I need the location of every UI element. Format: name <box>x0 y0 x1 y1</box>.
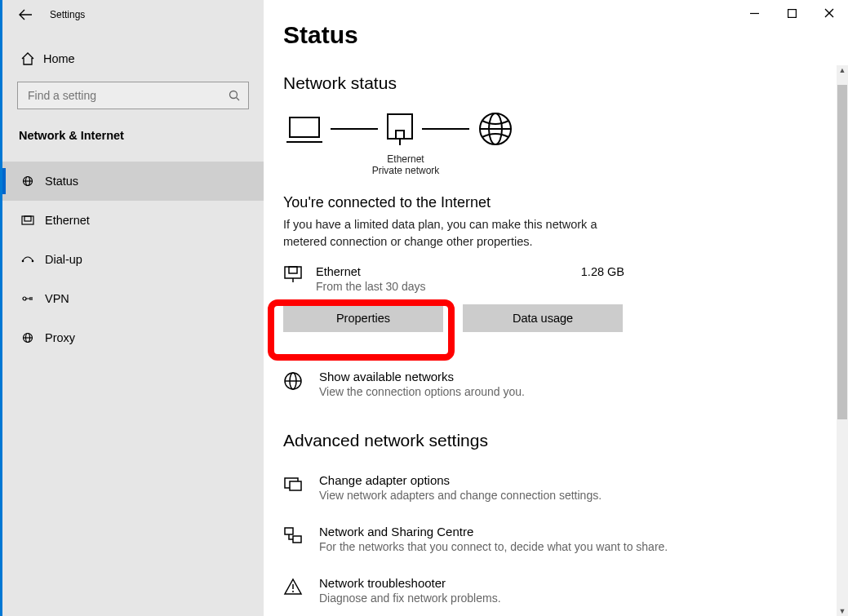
advanced-heading: Advanced network settings <box>283 431 822 450</box>
svg-point-9 <box>23 297 26 300</box>
svg-rect-21 <box>285 267 301 278</box>
diagram-mid-label: Ethernet <box>283 153 528 165</box>
content: Status Network status Ethernet Private n… <box>264 0 848 616</box>
search-box[interactable] <box>17 82 249 109</box>
troubleshooter-row[interactable]: Network troubleshooter Diagnose and fix … <box>283 576 822 605</box>
sharing-title: Network and Sharing Centre <box>319 525 668 538</box>
scroll-up-icon[interactable]: ▲ <box>837 65 848 75</box>
router-icon <box>386 113 414 145</box>
adapter-sub: View network adapters and change connect… <box>319 489 602 502</box>
connected-subtext: If you have a limited data plan, you can… <box>283 216 610 250</box>
scrollbar[interactable]: ▲ ▼ <box>837 75 848 616</box>
sidebar-item-label: Ethernet <box>45 214 90 227</box>
adapter-options-row[interactable]: Change adapter options View network adap… <box>283 473 822 502</box>
diagram-sub-label: Private network <box>283 165 528 176</box>
home-icon <box>20 52 43 65</box>
sidebar-item-ethernet[interactable]: Ethernet <box>2 201 264 240</box>
button-row: Properties Data usage <box>283 304 822 332</box>
computer-icon <box>286 114 322 144</box>
network-name: Ethernet <box>316 265 426 278</box>
sharing-centre-row[interactable]: Network and Sharing Centre For the netwo… <box>283 525 822 553</box>
svg-rect-22 <box>289 267 297 273</box>
adapter-title: Change adapter options <box>319 473 602 487</box>
network-diagram <box>286 111 822 147</box>
status-icon <box>20 175 45 187</box>
sidebar-item-vpn[interactable]: VPN <box>2 279 264 318</box>
svg-rect-5 <box>22 216 33 224</box>
sidebar-item-proxy[interactable]: Proxy <box>2 318 264 357</box>
sharing-sub: For the networks that you connect to, de… <box>319 540 668 553</box>
close-button[interactable] <box>810 0 848 26</box>
ethernet-icon <box>283 265 316 283</box>
sidebar-item-home[interactable]: Home <box>2 47 264 70</box>
sidebar-item-label: Proxy <box>45 331 75 344</box>
section-network-status: Network status <box>283 73 822 93</box>
minimize-button[interactable] <box>735 0 773 26</box>
svg-rect-13 <box>290 117 319 137</box>
svg-rect-15 <box>388 114 412 139</box>
show-networks-title: Show available networks <box>319 370 525 383</box>
svg-line-1 <box>237 98 240 101</box>
diagram-line <box>422 128 469 130</box>
show-networks-sub: View the connection options around you. <box>319 385 525 398</box>
main: Status Network status Ethernet Private n… <box>264 0 848 616</box>
back-icon[interactable] <box>19 9 32 20</box>
maximize-button[interactable] <box>773 0 810 26</box>
svg-rect-30 <box>293 536 301 543</box>
svg-rect-34 <box>788 9 796 17</box>
sidebar: Settings Home Network & Internet Status <box>2 0 264 616</box>
sidebar-home-label: Home <box>43 52 75 65</box>
network-usage: 1.28 GB <box>581 265 626 278</box>
diagram-labels: Ethernet Private network <box>283 153 528 176</box>
globe-icon <box>477 111 513 147</box>
svg-point-7 <box>22 260 24 263</box>
svg-rect-16 <box>396 131 404 139</box>
titlebar: Settings <box>2 0 264 29</box>
scrollbar-thumb[interactable] <box>837 85 847 419</box>
connected-heading: You're connected to the Internet <box>283 194 822 211</box>
proxy-icon <box>20 332 45 343</box>
sidebar-category: Network & Internet <box>2 109 264 150</box>
adapter-icon <box>283 473 306 493</box>
sidebar-nav: Status Ethernet Dial-up VPN <box>2 162 264 357</box>
network-desc: From the last 30 days <box>316 280 426 293</box>
sidebar-item-label: Status <box>45 175 78 188</box>
dialup-icon <box>20 254 45 265</box>
sidebar-item-label: VPN <box>45 292 69 305</box>
diagram-line <box>331 128 378 130</box>
svg-rect-6 <box>24 216 31 221</box>
trouble-title: Network troubleshooter <box>319 576 501 590</box>
window-title: Settings <box>50 9 85 20</box>
svg-point-8 <box>32 260 34 263</box>
sharing-icon <box>283 525 306 544</box>
network-row: Ethernet From the last 30 days 1.28 GB <box>283 265 626 293</box>
show-networks-row[interactable]: Show available networks View the connect… <box>283 370 822 398</box>
globe-icon <box>283 370 306 391</box>
sidebar-item-status[interactable]: Status <box>2 162 264 201</box>
sidebar-item-label: Dial-up <box>45 253 82 266</box>
search-icon <box>229 90 240 101</box>
properties-button[interactable]: Properties <box>283 304 443 332</box>
svg-rect-28 <box>290 481 301 490</box>
svg-point-0 <box>230 91 238 99</box>
search-input[interactable] <box>26 88 219 103</box>
ethernet-icon <box>20 215 45 226</box>
scroll-down-icon[interactable]: ▼ <box>837 606 848 616</box>
sidebar-item-dialup[interactable]: Dial-up <box>2 240 264 279</box>
svg-point-32 <box>292 591 294 592</box>
svg-rect-29 <box>285 528 293 534</box>
vpn-icon <box>20 293 45 304</box>
window-controls <box>735 0 848 26</box>
data-usage-button[interactable]: Data usage <box>463 304 623 332</box>
warning-icon <box>283 576 306 596</box>
trouble-sub: Diagnose and fix network problems. <box>319 592 501 605</box>
